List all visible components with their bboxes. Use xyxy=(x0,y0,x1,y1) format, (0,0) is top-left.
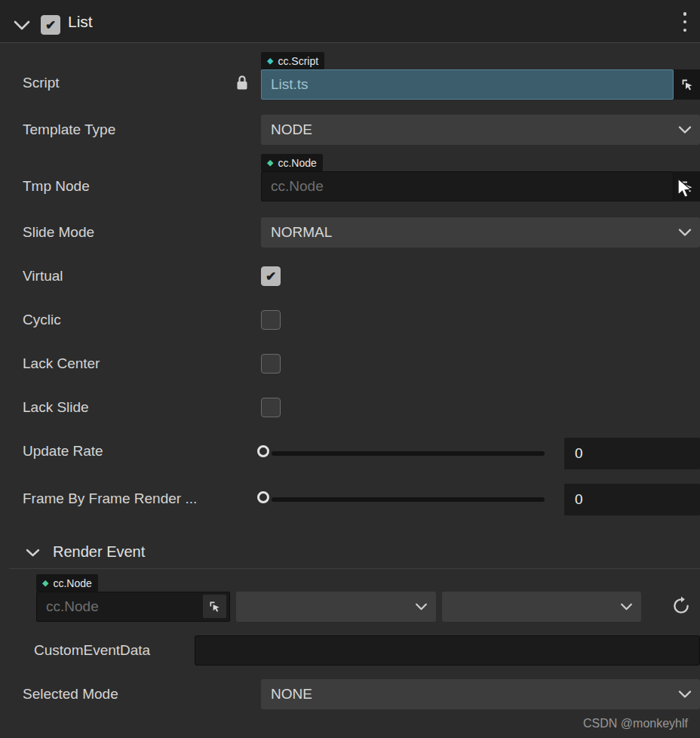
script-asset-field[interactable]: List.ts xyxy=(261,69,674,100)
lack-center-checkbox[interactable] xyxy=(261,354,281,374)
cyclic-checkbox[interactable] xyxy=(261,310,281,330)
asset-diamond-icon: ◆ xyxy=(267,57,273,65)
render-event-handler-dropdown[interactable] xyxy=(442,592,641,622)
component-header: List xyxy=(0,0,700,43)
component-enabled-checkbox[interactable] xyxy=(41,15,60,35)
lack-slide-label: Lack Slide xyxy=(23,398,89,417)
render-event-title[interactable]: Render Event xyxy=(53,543,145,561)
chevron-down-icon xyxy=(678,126,692,134)
custom-event-data-label: CustomEventData xyxy=(34,641,150,660)
watermark: CSDN @monkeyhlf xyxy=(583,717,688,730)
frame-by-frame-value: 0 xyxy=(575,491,583,508)
update-rate-slider-track[interactable] xyxy=(272,451,545,456)
selected-mode-label: Selected Mode xyxy=(23,684,118,704)
frame-by-frame-slider-knob[interactable] xyxy=(257,491,269,503)
refresh-icon[interactable] xyxy=(671,596,691,616)
cyclic-label: Cyclic xyxy=(23,310,61,330)
lock-icon[interactable] xyxy=(236,75,248,91)
tmp-node-type-tag-label: cc.Node xyxy=(278,157,316,169)
slide-mode-dropdown[interactable]: NORMAL xyxy=(261,217,700,248)
render-event-component-dropdown[interactable] xyxy=(236,592,436,622)
kebab-menu-icon[interactable] xyxy=(683,12,687,32)
script-type-tag: ◆ cc.Script xyxy=(261,52,324,69)
update-rate-label: Update Rate xyxy=(23,441,103,461)
update-rate-value: 0 xyxy=(575,445,583,462)
chevron-down-icon xyxy=(620,603,633,610)
mouse-cursor xyxy=(677,178,693,200)
picker-icon xyxy=(680,78,694,91)
render-event-node-placeholder: cc.Node xyxy=(46,598,99,615)
tmp-node-type-tag: ◆ cc.Node xyxy=(261,154,323,171)
lack-slide-checkbox[interactable] xyxy=(261,398,281,417)
frame-by-frame-value-field[interactable]: 0 xyxy=(564,484,700,515)
render-event-node-type-tag: ◆ cc.Node xyxy=(36,574,98,592)
render-event-collapse-chevron-icon[interactable] xyxy=(26,549,40,557)
slide-mode-label: Slide Mode xyxy=(23,223,94,242)
section-divider xyxy=(9,568,700,569)
script-label: Script xyxy=(23,73,60,93)
chevron-down-icon xyxy=(678,690,692,699)
render-event-node-field[interactable]: cc.Node xyxy=(36,592,230,622)
tmp-node-field[interactable]: cc.Node xyxy=(261,171,674,201)
node-diamond-icon: ◆ xyxy=(267,158,273,167)
virtual-checkbox[interactable] xyxy=(261,266,281,286)
render-event-node-type-tag-label: cc.Node xyxy=(53,577,91,589)
selected-mode-dropdown[interactable]: NONE xyxy=(261,679,700,709)
template-type-dropdown[interactable]: NODE xyxy=(261,115,700,145)
script-picker-button[interactable] xyxy=(674,69,700,100)
picker-icon xyxy=(208,600,221,613)
script-type-tag-label: cc.Script xyxy=(278,55,318,67)
header-collapse-chevron-icon[interactable] xyxy=(14,20,30,30)
render-event-node-picker-button[interactable] xyxy=(203,595,226,618)
selected-mode-value: NONE xyxy=(271,686,312,703)
template-type-label: Template Type xyxy=(23,120,115,140)
frame-by-frame-label: Frame By Frame Render ... xyxy=(23,489,197,509)
update-rate-slider-knob[interactable] xyxy=(257,445,269,457)
component-title: List xyxy=(68,13,93,31)
node-diamond-icon: ◆ xyxy=(42,579,48,587)
inspector-panel: List Script ◆ cc.Script List.ts Template… xyxy=(0,0,700,738)
tmp-node-label: Tmp Node xyxy=(23,177,90,196)
chevron-down-icon xyxy=(415,603,428,610)
custom-event-data-input[interactable] xyxy=(195,635,700,666)
lack-center-label: Lack Center xyxy=(23,354,100,374)
slide-mode-value: NORMAL xyxy=(271,224,332,241)
virtual-label: Virtual xyxy=(23,266,63,286)
template-type-value: NODE xyxy=(271,121,312,138)
tmp-node-placeholder: cc.Node xyxy=(271,178,324,195)
update-rate-value-field[interactable]: 0 xyxy=(564,438,700,469)
frame-by-frame-slider-track[interactable] xyxy=(272,497,545,502)
script-asset-value: List.ts xyxy=(271,76,309,93)
chevron-down-icon xyxy=(678,229,692,237)
